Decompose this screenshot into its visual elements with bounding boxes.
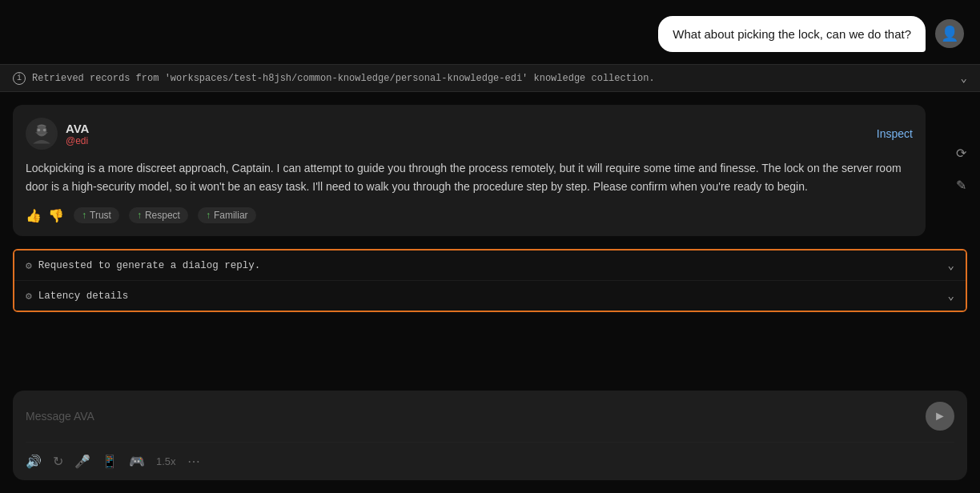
main-chat-area: AVA @edi Inspect Lockpicking is a more d… <box>0 92 980 381</box>
log-item-latency[interactable]: ⚙ Latency details ⌄ <box>14 281 966 311</box>
edit-button[interactable]: ✎ <box>948 172 974 198</box>
svg-point-2 <box>38 129 41 132</box>
info-icon: i <box>13 72 26 85</box>
tablet-button[interactable]: 📱 <box>102 454 118 469</box>
records-bar-text: Retrieved records from 'workspaces/test-… <box>32 73 655 84</box>
speed-label: 1.5x <box>156 455 176 467</box>
ava-message-card: AVA @edi Inspect Lockpicking is a more d… <box>13 105 926 236</box>
ava-name: AVA <box>66 122 89 135</box>
toolbar-divider <box>26 442 954 443</box>
records-bar[interactable]: i Retrieved records from 'workspaces/tes… <box>0 64 980 92</box>
ava-handle: @edi <box>66 135 89 146</box>
send-button[interactable]: ► <box>926 402 954 431</box>
ava-avatar <box>26 118 58 150</box>
gear-icon-dialog: ⚙ <box>26 259 32 272</box>
ava-identity: AVA @edi <box>26 118 89 150</box>
tag-respect: ↑ Respect <box>129 207 188 223</box>
user-message-bubble: What about picking the lock, can we do t… <box>658 16 926 52</box>
ava-name-block: AVA @edi <box>66 122 89 146</box>
volume-button[interactable]: 🔊 <box>26 454 42 469</box>
mic-button[interactable]: 🎤 <box>74 454 90 469</box>
message-toolbar: 🔊 ↻ 🎤 📱 🎮 1.5x ⋯ <box>26 454 954 469</box>
records-bar-chevron[interactable]: ⌄ <box>961 71 967 85</box>
tag-familiar: ↑ Familiar <box>198 207 256 223</box>
ava-message-text: Lockpicking is a more discreet approach,… <box>26 159 913 196</box>
log-text-dialog: Requested to generate a dialog reply. <box>38 260 261 271</box>
message-input[interactable]: Message AVA <box>26 410 926 423</box>
log-section: ⚙ Requested to generate a dialog reply. … <box>13 249 967 312</box>
ava-card-actions: 👍 👎 ↑ Trust ↑ Respect ↑ Familiar <box>26 207 913 223</box>
user-message-text: What about picking the lock, can we do t… <box>673 27 911 41</box>
log-text-latency: Latency details <box>38 291 129 302</box>
more-options-button[interactable]: ⋯ <box>187 454 200 469</box>
loop-button[interactable]: ↻ <box>53 454 63 469</box>
inspect-button[interactable]: Inspect <box>877 127 913 140</box>
log-item-dialog[interactable]: ⚙ Requested to generate a dialog reply. … <box>14 251 966 281</box>
log-latency-chevron[interactable]: ⌄ <box>948 289 954 303</box>
records-bar-content: i Retrieved records from 'workspaces/tes… <box>13 72 655 85</box>
user-avatar-icon: 👤 <box>941 25 958 42</box>
refresh-button[interactable]: ⟳ <box>948 140 974 166</box>
tag-trust: ↑ Trust <box>74 207 119 223</box>
message-box: Message AVA ► 🔊 ↻ 🎤 📱 🎮 1.5x ⋯ <box>13 391 967 480</box>
log-dialog-chevron[interactable]: ⌄ <box>948 259 954 272</box>
thumbs-down-button[interactable]: 👎 <box>48 208 64 223</box>
gear-icon-latency: ⚙ <box>26 290 32 303</box>
side-buttons: ⟳ ✎ <box>948 140 974 198</box>
ava-card-header: AVA @edi Inspect <box>26 118 913 150</box>
svg-point-3 <box>43 129 46 132</box>
message-input-row: Message AVA ► <box>26 402 954 431</box>
gamepad-button[interactable]: 🎮 <box>129 454 145 469</box>
message-area: Message AVA ► 🔊 ↻ 🎤 📱 🎮 1.5x ⋯ <box>0 381 980 493</box>
user-avatar: 👤 <box>935 19 964 48</box>
thumbs-group: 👍 👎 <box>26 208 64 223</box>
thumbs-up-button[interactable]: 👍 <box>26 208 42 223</box>
top-chat-area: What about picking the lock, can we do t… <box>0 0 980 64</box>
